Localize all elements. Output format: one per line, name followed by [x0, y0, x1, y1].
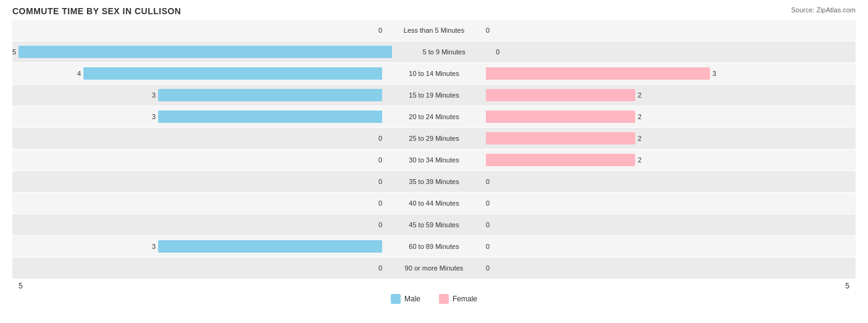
right-section: 3: [483, 63, 856, 84]
row-label: 40 to 44 Minutes: [385, 199, 483, 207]
female-value: 3: [712, 70, 716, 77]
right-section: 0: [483, 193, 856, 214]
female-value: 2: [638, 135, 641, 142]
chart-row: 045 to 59 Minutes0: [12, 214, 856, 235]
row-label: 10 to 14 Minutes: [385, 70, 483, 77]
male-bar: [83, 67, 382, 80]
row-label: 15 to 19 Minutes: [385, 91, 483, 99]
male-zero-value: 0: [373, 27, 382, 34]
chart-row: 040 to 44 Minutes0: [12, 193, 856, 214]
row-label: 60 to 89 Minutes: [385, 243, 483, 250]
axis-left-label: 5: [12, 282, 386, 290]
chart-row: 55 to 9 Minutes0: [12, 41, 856, 62]
right-section: 2: [483, 149, 856, 170]
female-bar: [486, 89, 635, 101]
female-value: 2: [638, 91, 641, 99]
male-bar: [19, 46, 392, 58]
male-bar: [158, 240, 382, 253]
row-label: 30 to 34 Minutes: [385, 156, 483, 164]
axis-right-label: 5: [482, 282, 856, 290]
legend-female: Female: [439, 294, 477, 304]
chart-area: 0Less than 5 Minutes055 to 9 Minutes0410…: [12, 20, 856, 279]
female-bar: [486, 67, 710, 80]
legend-male-box: [391, 294, 401, 304]
male-bar: [158, 89, 382, 101]
male-zero-value: 0: [373, 135, 382, 142]
chart-row: 320 to 24 Minutes2: [12, 106, 856, 127]
left-section: 0: [12, 171, 385, 192]
female-value: 2: [638, 156, 641, 164]
male-zero-value: 0: [373, 264, 382, 272]
male-value: 3: [152, 243, 156, 250]
legend: Male Female: [12, 294, 856, 304]
female-zero-value: 0: [486, 243, 495, 250]
chart-row: 030 to 34 Minutes2: [12, 149, 856, 170]
chart-row: 090 or more Minutes0: [12, 258, 856, 279]
left-section: 3: [12, 106, 385, 127]
row-label: 45 to 59 Minutes: [385, 221, 483, 229]
chart-row: 035 to 39 Minutes0: [12, 171, 856, 192]
chart-row: 0Less than 5 Minutes0: [12, 20, 856, 41]
chart-row: 360 to 89 Minutes0: [12, 236, 856, 257]
right-section: 0: [483, 236, 856, 257]
left-section: 0: [12, 214, 385, 235]
female-zero-value: 0: [486, 221, 495, 229]
male-value: 5: [12, 48, 16, 56]
male-zero-value: 0: [373, 156, 382, 164]
female-bar: [486, 111, 635, 123]
chart-container: COMMUTE TIME BY SEX IN CULLISON Source: …: [0, 0, 868, 323]
male-value: 3: [152, 91, 156, 99]
row-label: 20 to 24 Minutes: [385, 113, 483, 120]
row-label: 25 to 29 Minutes: [385, 135, 483, 142]
male-bar: [158, 111, 382, 123]
female-bar: [486, 132, 635, 145]
row-label: Less than 5 Minutes: [385, 27, 483, 34]
male-value: 4: [77, 70, 81, 77]
left-section: 4: [12, 63, 385, 84]
chart-title: COMMUTE TIME BY SEX IN CULLISON: [12, 6, 856, 16]
female-zero-value: 0: [486, 178, 495, 185]
male-value: 3: [152, 113, 156, 120]
row-label: 35 to 39 Minutes: [385, 178, 483, 185]
female-zero-value: 0: [486, 27, 495, 34]
left-section: 3: [12, 236, 385, 257]
male-zero-value: 0: [373, 178, 382, 185]
left-section: 3: [12, 85, 385, 106]
male-zero-value: 0: [373, 199, 382, 207]
right-section: 0: [483, 258, 856, 279]
right-section: 2: [483, 128, 856, 149]
chart-row: 410 to 14 Minutes3: [12, 63, 856, 84]
female-bar: [486, 154, 635, 166]
female-zero-value: 0: [496, 48, 504, 56]
right-section: 2: [483, 85, 856, 106]
row-label: 90 or more Minutes: [385, 264, 483, 272]
female-zero-value: 0: [486, 264, 495, 272]
left-section: 0: [12, 193, 385, 214]
axis-row: 5 5: [12, 282, 856, 290]
chart-row: 025 to 29 Minutes2: [12, 128, 856, 149]
chart-row: 315 to 19 Minutes2: [12, 85, 856, 106]
left-section: 0: [12, 128, 385, 149]
legend-male-label: Male: [404, 295, 420, 303]
legend-male: Male: [391, 294, 420, 304]
female-value: 2: [638, 113, 641, 120]
row-label: 5 to 9 Minutes: [394, 48, 493, 56]
female-zero-value: 0: [486, 199, 495, 207]
left-section: 0: [12, 20, 385, 41]
left-section: 5: [12, 41, 394, 62]
right-section: 0: [483, 20, 856, 41]
left-section: 0: [12, 149, 385, 170]
right-section: 2: [483, 106, 856, 127]
left-section: 0: [12, 258, 385, 279]
right-section: 0: [493, 41, 856, 62]
right-section: 0: [483, 214, 856, 235]
source-text: Source: ZipAtlas.com: [791, 6, 856, 14]
male-zero-value: 0: [373, 221, 382, 229]
legend-female-box: [439, 294, 449, 304]
right-section: 0: [483, 171, 856, 192]
legend-female-label: Female: [453, 295, 477, 303]
